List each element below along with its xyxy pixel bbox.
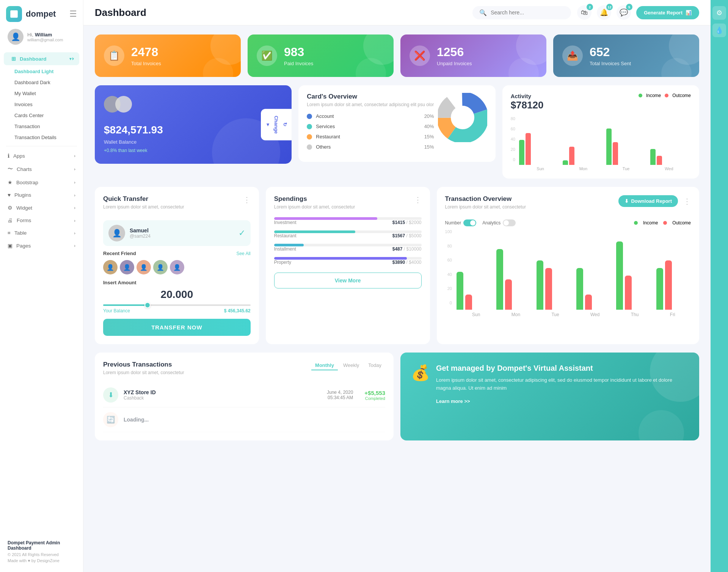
sidebar-sub-dashboard-light[interactable]: Dashboard Light [0,66,83,77]
stat-cards: 📋 2478 Total Invoices ✅ 983 Paid Invoice… [95,34,699,77]
to-outcome-label: Outcome [672,220,691,226]
sidebar-item-pages-label: Pages [16,243,31,249]
sent-invoices-value: 652 [590,45,631,59]
sidebar-user: 👤 Hi, William william@gmail.com [0,25,83,52]
cart-button[interactable]: 🛍 2 [577,5,592,20]
income-legend-label: Income [646,93,661,98]
sidebar-item-widget-label: Widget [16,205,32,211]
spendings-dots-button[interactable]: ⋮ [414,195,422,204]
download-report-button[interactable]: ⬇ Download Report [618,195,678,207]
notification-badge: 12 [606,4,613,10]
transfer-user-info: Samuel @sam224 [130,227,151,239]
pt-header: Previous Transactions Lorem ipsum dolor … [103,361,385,381]
transfer-name: Samuel [130,227,151,234]
balance-label: Your Balance [103,308,130,313]
view-more-button[interactable]: View More [274,273,422,288]
search-box: 🔍 [472,6,571,19]
generate-report-button[interactable]: Generate Report 📊 [636,6,699,19]
search-icon: 🔍 [479,9,487,16]
friend-avatar-3: 👤 [136,260,151,274]
qt-subtitle: Lorem ipsum dolor sit amet, consectetur [103,204,184,210]
sidebar-item-forms[interactable]: 🖨 Forms › [0,214,83,227]
to-controls: ⬇ Download Report ⋮ [618,195,691,207]
transfer-check-icon: ✓ [238,228,245,238]
chat-button[interactable]: 💬 5 [617,5,631,20]
pt-row-0: ⬇ XYZ Store ID Cashback June 4, 2020 05:… [103,383,385,407]
to-bar-fri-outcome [665,260,672,310]
pt-tab-weekly[interactable]: Weekly [339,361,363,370]
stat-card-sent-invoices: 📤 652 Total Invoices Sent [553,34,699,77]
notification-button[interactable]: 🔔 12 [597,5,611,20]
to-dots-button[interactable]: ⋮ [683,197,691,206]
sidebar-sub-transaction[interactable]: Transaction [0,121,83,132]
sidebar-sub-transaction-details[interactable]: Transaction Details [0,132,83,143]
forms-icon: 🖨 [8,218,13,223]
pt-tab-today[interactable]: Today [364,361,385,370]
water-drop-button[interactable]: 💧 [712,24,726,37]
change-button[interactable]: ↻ Change ▾ [261,109,292,141]
total-invoices-label: Total Invoices [131,61,161,66]
hamburger-icon[interactable]: ☰ [69,9,77,19]
spending-label-1: Restaurant [274,233,297,238]
spending-fill-2 [274,244,304,246]
activity-chart-wrap: 80 60 40 20 0 [511,116,691,171]
slider-thumb[interactable] [144,302,151,308]
footer-made: Made with ♥ by DesignZone [8,558,75,563]
pt-name-1: Loading... [124,417,149,423]
co-row-0: Account 20% [307,113,434,119]
sidebar-item-bootstrap[interactable]: ★ Bootstrap › [0,176,83,189]
toggle-analytics[interactable] [503,219,516,226]
sidebar-sub-invoices[interactable]: Invoices [0,99,83,110]
pt-icon-0: ⬇ [103,387,118,403]
settings-button[interactable]: ⚙ [712,6,726,20]
pt-name-0: XYZ Store ID [124,389,156,395]
sidebar-sub-cards-center[interactable]: Cards Center [0,110,83,121]
va-title: Get managed by Dompet's Virtual Assistan… [436,364,689,373]
insert-amount-label: Insert Amount [103,280,251,285]
sidebar-item-widget[interactable]: ⚙ Widget › [0,201,83,214]
sidebar-sub-dashboard-dark[interactable]: Dashboard Dark [0,77,83,88]
bar-mon-income [563,160,568,165]
pt-info-0: XYZ Store ID Cashback [124,389,156,401]
sidebar-item-charts[interactable]: 〜 Charts › [0,162,83,176]
header: Dashboard 🔍 🛍 2 🔔 12 💬 5 Generate Report… [83,0,711,25]
friends-avatars: 👤 👤 👤 👤 👤 [103,260,251,274]
co-dot-account [307,114,312,119]
qt-dots-button[interactable]: ⋮ [243,195,251,204]
to-bar-mon-outcome [505,279,512,310]
transfer-handle: @sam224 [130,234,151,239]
virtual-assistant-card: 💰 Get managed by Dompet's Virtual Assist… [400,353,699,440]
sidebar-sub-my-wallet[interactable]: My Wallet [0,88,83,99]
drop-icon: 💧 [715,26,723,34]
pt-tab-monthly[interactable]: Monthly [311,361,338,370]
balance-row: Your Balance $ 456,345.62 [103,308,251,313]
sidebar-item-dashboard[interactable]: ⊞ Dashboard ▾ [4,52,79,65]
paid-invoices-label: Paid Invoices [284,61,313,66]
footer-title: Dompet Payment Admin Dashboard [8,540,75,551]
see-all-link[interactable]: See All [236,251,250,256]
co-row-1: Services 40% [307,124,434,129]
spendings-subtitle: Lorem ipsum dolor sit amet, consectetur [274,204,355,210]
transfer-now-button[interactable]: TRANSFER NOW [103,319,251,336]
search-input[interactable] [491,9,559,16]
bar-chart-icon: 📊 [686,10,692,16]
co-pct-services: 40% [424,124,434,129]
to-subtitle: Lorem ipsum dolor sit amet, consectetur [445,204,526,210]
to-bars-wrap: Sun Mon Tue Wed Thu Fri [457,229,691,317]
user-name: William [35,32,52,38]
quick-transfer-card: Quick Transfer Lorem ipsum dolor sit ame… [95,187,259,344]
pt-subtitle: Lorem ipsum dolor sit amet, consectetur [103,370,184,375]
mid-row: $824,571.93 Wallet Balance +0.8% than la… [95,85,699,179]
wallet-label: Wallet Balance [104,139,282,145]
sidebar-item-apps[interactable]: ℹ Apps › [0,149,83,162]
va-learn-more-link[interactable]: Learn more >> [436,398,470,404]
total-invoices-icon: 📋 [104,45,124,66]
friend-avatar-4: 👤 [153,260,168,274]
sidebar-item-plugins[interactable]: ♥ Plugins › [0,189,83,201]
outcome-legend-label: Outcome [672,93,691,98]
sidebar-item-table[interactable]: ≡ Table › [0,227,83,239]
balance-value: $ 456,345.62 [224,308,251,313]
sidebar-item-pages[interactable]: ▣ Pages › [0,239,83,252]
co-pct-restaurant: 15% [424,134,434,139]
toggle-number[interactable] [463,219,476,226]
